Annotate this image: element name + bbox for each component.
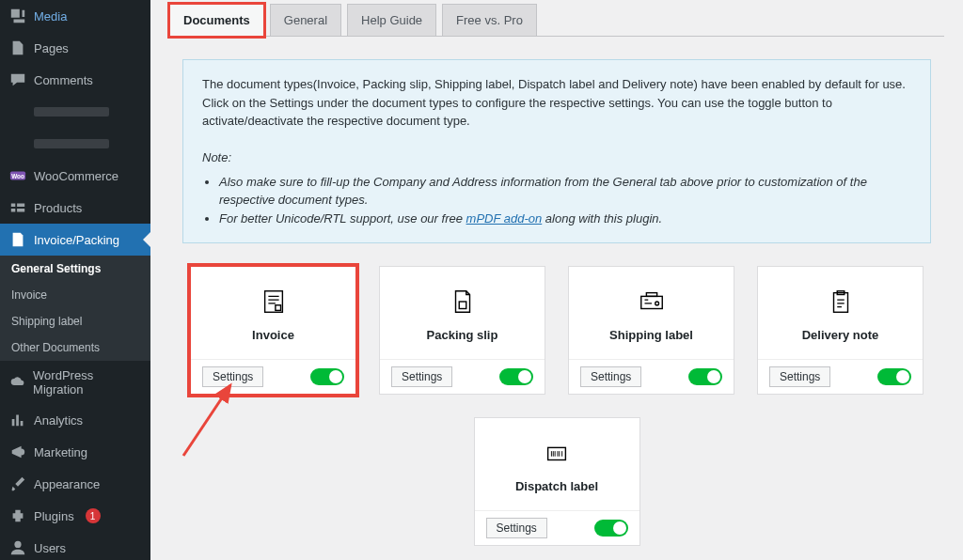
dispatch-label-toggle[interactable] [594, 520, 628, 537]
notice-intro: The document types(Invoice, Packing slip… [202, 75, 911, 131]
notice-note-label: Note: [202, 150, 231, 164]
sidebar-item-wp-migration[interactable]: WordPress Migration [0, 361, 150, 404]
sidebar-item-label: Appearance [34, 477, 100, 491]
sidebar-item-pages[interactable]: Pages [0, 32, 150, 64]
sidebar-item-users[interactable]: Users [0, 532, 150, 560]
svg-rect-9 [833, 293, 847, 313]
delivery-note-settings-button[interactable]: Settings [769, 366, 830, 387]
card-title: Delivery note [802, 328, 879, 342]
svg-text:Woo: Woo [11, 173, 24, 179]
delivery-note-toggle[interactable] [877, 368, 911, 385]
packing-slip-icon [449, 288, 477, 319]
sidebar-item-label [34, 107, 109, 117]
svg-point-8 [655, 302, 658, 305]
tab-documents[interactable]: Documents [169, 4, 264, 37]
sidebar-item-label: Products [34, 201, 82, 215]
notice-bullet-2-prefix: For better Unicode/RTL support, use our … [219, 211, 466, 226]
tab-general[interactable]: General [270, 4, 341, 36]
sidebar-item-analytics[interactable]: Analytics [0, 404, 150, 436]
shipping-label-icon [638, 288, 666, 319]
blank-icon [9, 135, 26, 152]
blank-icon [9, 103, 26, 120]
tab-help-guide[interactable]: Help Guide [347, 4, 436, 36]
svg-point-2 [14, 541, 21, 548]
brush-icon [9, 475, 26, 492]
invoice-settings-button[interactable]: Settings [202, 366, 263, 387]
tab-free-vs-pro[interactable]: Free vs. Pro [442, 4, 537, 36]
card-title: Shipping label [609, 328, 693, 342]
woo-icon: Woo [9, 167, 26, 184]
notice-bullet-1: Also make sure to fill-up the Company an… [219, 175, 867, 208]
svg-rect-11 [548, 447, 566, 459]
media-icon [9, 8, 26, 24]
sidebar-item-products[interactable]: Products [0, 192, 150, 224]
delivery-note-icon [827, 288, 855, 319]
invoice-icon [260, 288, 288, 319]
cloud-icon [9, 374, 25, 391]
megaphone-icon [9, 443, 26, 460]
document-cards-row2: Dispatch label Settings [169, 417, 944, 546]
dispatch-label-settings-button[interactable]: Settings [486, 518, 547, 538]
mpdf-addon-link[interactable]: mPDF add-on [466, 211, 543, 226]
user-icon [9, 539, 26, 556]
sidebar-item-label: WooCommerce [34, 169, 118, 183]
sidebar-item-label: Comments [34, 73, 93, 87]
sidebar-item-label: Plugins [34, 509, 74, 523]
info-notice: The document types(Invoice, Packing slip… [182, 59, 931, 243]
card-title: Invoice [252, 328, 294, 342]
sidebar-item-redacted[interactable] [0, 128, 150, 160]
svg-rect-7 [646, 293, 656, 297]
sidebar-item-label: Marketing [34, 445, 87, 459]
svg-rect-3 [264, 291, 282, 313]
comment-icon [9, 71, 26, 88]
page-icon [9, 39, 26, 56]
sidebar-item-label: Invoice/Packing [34, 233, 119, 247]
submenu-shipping-label[interactable]: Shipping label [0, 308, 150, 334]
document-cards-row1: Invoice Settings Packing slip Settings [169, 266, 944, 395]
sidebar-item-redacted[interactable] [0, 96, 150, 128]
shipping-label-settings-button[interactable]: Settings [580, 366, 641, 387]
card-shipping-label: Shipping label Settings [568, 266, 734, 395]
sidebar-item-label: Media [34, 9, 67, 23]
chart-icon [9, 412, 26, 428]
sidebar-item-plugins[interactable]: Plugins1 [0, 500, 150, 532]
submenu-invoice[interactable]: Invoice [0, 282, 150, 308]
sidebar-item-comments[interactable]: Comments [0, 64, 150, 96]
document-icon [9, 231, 26, 248]
sidebar-item-appearance[interactable]: Appearance [0, 468, 150, 500]
card-title: Packing slip [427, 328, 498, 342]
card-dispatch-label: Dispatch label Settings [474, 417, 640, 546]
svg-rect-5 [459, 302, 466, 309]
products-icon [9, 199, 26, 216]
plugin-icon [9, 507, 26, 524]
svg-rect-4 [275, 305, 280, 311]
sidebar-submenu: General Settings Invoice Shipping label … [0, 256, 150, 361]
sidebar-item-label [34, 139, 109, 148]
sidebar-item-marketing[interactable]: Marketing [0, 436, 150, 468]
invoice-toggle[interactable] [310, 368, 344, 385]
sidebar-item-invoice-packing[interactable]: Invoice/Packing [0, 224, 150, 256]
packing-slip-toggle[interactable] [499, 368, 533, 385]
sidebar-item-label: Users [34, 541, 66, 555]
sidebar-item-label: Pages [34, 41, 69, 55]
packing-slip-settings-button[interactable]: Settings [391, 366, 452, 387]
sidebar-item-label: Analytics [34, 413, 83, 428]
sidebar-item-label: WordPress Migration [33, 368, 141, 397]
update-badge: 1 [86, 508, 101, 523]
main-content: Documents General Help Guide Free vs. Pr… [150, 0, 963, 560]
dispatch-label-icon [543, 439, 571, 470]
submenu-other-documents[interactable]: Other Documents [0, 334, 150, 361]
sidebar-item-media[interactable]: Media [0, 0, 150, 32]
notice-bullet-2-suffix: along with this plugin. [542, 211, 662, 226]
card-title: Dispatch label [515, 479, 598, 493]
sidebar-item-woocommerce[interactable]: WooWooCommerce [0, 160, 150, 192]
tab-bar: Documents General Help Guide Free vs. Pr… [169, 4, 944, 37]
admin-sidebar: Media Pages Comments WooWooCommerce Prod… [0, 0, 150, 560]
card-packing-slip: Packing slip Settings [379, 266, 545, 395]
submenu-general-settings[interactable]: General Settings [0, 256, 150, 282]
card-invoice: Invoice Settings [190, 266, 356, 395]
card-delivery-note: Delivery note Settings [757, 266, 924, 395]
shipping-label-toggle[interactable] [688, 368, 722, 385]
